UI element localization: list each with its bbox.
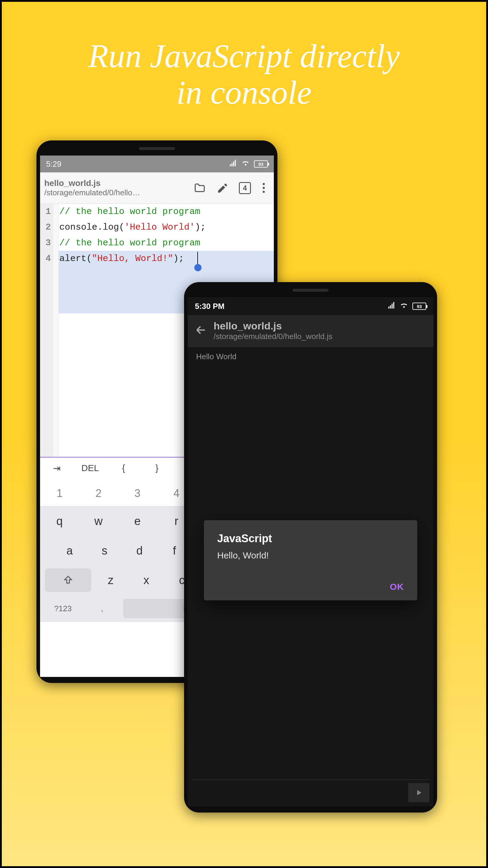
key-1[interactable]: 1: [40, 478, 79, 508]
key-comma[interactable]: ,: [84, 604, 120, 613]
key-3[interactable]: 3: [118, 478, 157, 508]
alert-title: JavaScript: [217, 532, 404, 545]
console-app-bar: hello_world.js /storage/emulated/0/hello…: [188, 315, 433, 347]
edit-icon[interactable]: [216, 181, 229, 195]
key-e[interactable]: e: [118, 506, 157, 536]
key-w[interactable]: w: [79, 506, 118, 536]
cursor-handle[interactable]: [194, 264, 201, 271]
phone-frame-console: 5:30 PM 93 hello_world.js /storage/emula…: [184, 282, 437, 812]
status-bar: 5:30 PM 93: [188, 297, 433, 315]
editor-app-bar: hello_world.js /storage/emulated/0/hello…: [40, 173, 274, 204]
alert-message: Hello, World!: [217, 550, 404, 561]
filepath-label: /storage/emulated/0/hello…: [44, 188, 193, 197]
filename-label: hello_world.js: [44, 179, 193, 188]
alert-dialog: JavaScript Hello, World! OK: [204, 520, 417, 600]
wifi-icon: [241, 159, 250, 169]
promo-headline: Run JavaScript directlyin console: [2, 2, 486, 111]
sym-brace-close[interactable]: }: [140, 458, 174, 478]
signal-icon: [388, 301, 395, 311]
sym-tab[interactable]: ⇥: [40, 458, 73, 478]
filepath-label: /storage/emulated/0/hello_world.js: [214, 332, 426, 341]
fold-margin: [53, 204, 59, 457]
battery-icon: 93: [412, 303, 426, 310]
key-2[interactable]: 2: [79, 478, 118, 508]
status-time: 5:29: [46, 159, 61, 169]
code-line: // the hello world program: [59, 238, 200, 248]
key-z[interactable]: z: [93, 565, 129, 595]
code-line: // the hello world program: [59, 207, 200, 217]
key-x[interactable]: x: [129, 565, 164, 595]
console-output: Hello World: [188, 347, 433, 366]
sym-del[interactable]: DEL: [73, 458, 107, 478]
text-cursor: [197, 252, 198, 266]
console-divider: [192, 779, 429, 780]
key-mode-switch[interactable]: ?123: [45, 604, 81, 613]
sym-brace-open[interactable]: {: [107, 458, 140, 478]
back-arrow-icon[interactable]: [195, 324, 207, 337]
phone-speaker: [139, 147, 175, 150]
overflow-menu-icon[interactable]: [261, 183, 267, 193]
signal-icon: [229, 159, 237, 169]
status-time: 5:30 PM: [195, 302, 224, 311]
key-shift[interactable]: [45, 568, 91, 592]
key-a[interactable]: a: [52, 536, 87, 565]
ok-button[interactable]: OK: [390, 582, 404, 592]
line-gutter: 1 2 3 4: [40, 204, 53, 457]
phone-speaker: [293, 289, 329, 292]
key-d[interactable]: d: [122, 536, 157, 565]
tab-count-button[interactable]: 4: [239, 182, 251, 194]
folder-icon[interactable]: [193, 181, 206, 195]
filename-label: hello_world.js: [214, 320, 426, 332]
battery-icon: 93: [254, 160, 268, 167]
run-button[interactable]: [408, 783, 429, 802]
wifi-icon: [400, 301, 408, 312]
key-q[interactable]: q: [40, 506, 79, 536]
status-bar: 5:29 93: [40, 156, 274, 173]
key-s[interactable]: s: [87, 536, 122, 565]
